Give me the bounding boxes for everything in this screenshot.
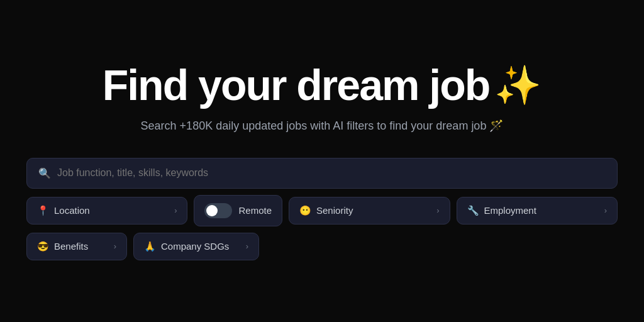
search-bar[interactable]: 🔍 bbox=[26, 158, 618, 189]
search-icon: 🔍 bbox=[38, 167, 51, 179]
seniority-label-group: 😶 Seniority bbox=[299, 205, 353, 216]
subtitle: Search +180K daily updated jobs with AI … bbox=[141, 119, 504, 133]
seniority-icon: 😶 bbox=[299, 205, 311, 216]
sdgs-icon: 🙏 bbox=[144, 241, 156, 252]
main-title: Find your dream job bbox=[103, 62, 490, 109]
employment-label: Employment bbox=[484, 205, 536, 216]
filters-row-2: 😎 Benefits › 🙏 Company SDGs › bbox=[26, 233, 618, 260]
remote-toggle-container[interactable]: Remote bbox=[194, 195, 282, 226]
benefits-filter-button[interactable]: 😎 Benefits › bbox=[26, 233, 127, 260]
sdgs-label: Company SDGs bbox=[161, 241, 229, 252]
location-label-group: 📍 Location bbox=[37, 205, 90, 216]
sdgs-chevron-icon: › bbox=[246, 242, 248, 251]
location-label: Location bbox=[54, 205, 90, 216]
search-container: 🔍 📍 Location › Remote 😶 bbox=[26, 158, 618, 260]
remote-label: Remote bbox=[238, 205, 272, 216]
benefits-label: Benefits bbox=[54, 241, 88, 252]
benefits-chevron-icon: › bbox=[114, 242, 116, 251]
filters-row-1: 📍 Location › Remote 😶 Seniority › bbox=[26, 195, 618, 226]
benefits-icon: 😎 bbox=[37, 241, 49, 252]
employment-label-group: 🔧 Employment bbox=[467, 205, 536, 216]
remote-toggle[interactable] bbox=[204, 203, 232, 218]
seniority-chevron-icon: › bbox=[436, 206, 439, 215]
hero-section: Find your dream job ✨ Search +180K daily… bbox=[0, 62, 644, 260]
benefits-label-group: 😎 Benefits bbox=[37, 241, 88, 252]
employment-icon: 🔧 bbox=[467, 205, 479, 216]
location-icon: 📍 bbox=[37, 205, 49, 216]
employment-filter-button[interactable]: 🔧 Employment › bbox=[457, 197, 618, 225]
sdgs-label-group: 🙏 Company SDGs bbox=[144, 241, 229, 252]
employment-chevron-icon: › bbox=[604, 206, 607, 215]
search-input[interactable] bbox=[57, 167, 606, 179]
location-filter-button[interactable]: 📍 Location › bbox=[26, 197, 187, 225]
location-chevron-icon: › bbox=[174, 206, 177, 215]
title-row: Find your dream job ✨ bbox=[103, 62, 542, 109]
seniority-label: Seniority bbox=[316, 205, 353, 216]
company-sdgs-filter-button[interactable]: 🙏 Company SDGs › bbox=[133, 233, 259, 260]
seniority-filter-button[interactable]: 😶 Seniority › bbox=[289, 197, 450, 225]
sparkle-icon: ✨ bbox=[494, 63, 541, 108]
